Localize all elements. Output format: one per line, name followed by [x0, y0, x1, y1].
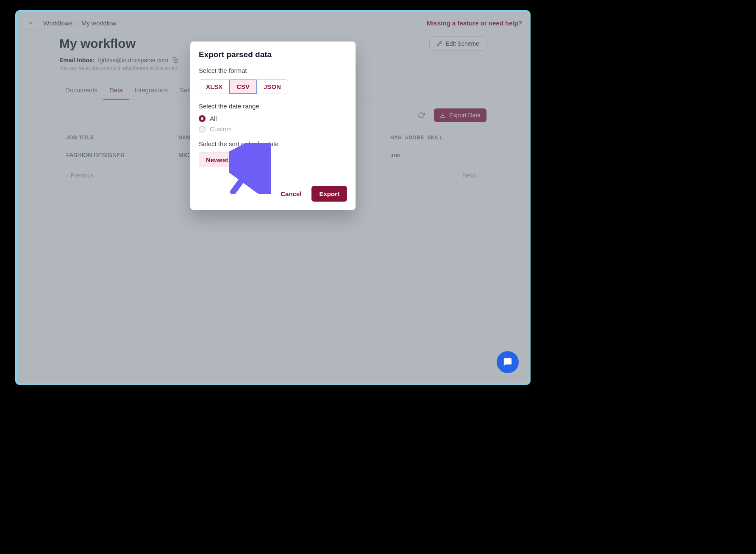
chat-icon [503, 357, 512, 367]
sort-segmented: Newest Oldest [199, 152, 269, 167]
range-all[interactable]: All [199, 115, 347, 122]
range-custom-label: Custom [210, 125, 232, 133]
sort-oldest[interactable]: Oldest [236, 153, 269, 167]
modal-actions: Cancel Export [199, 186, 347, 202]
range-all-label: All [210, 115, 217, 122]
range-label: Select the date range [199, 102, 347, 110]
format-json[interactable]: JSON [257, 80, 288, 94]
modal-title: Export parsed data [199, 50, 347, 59]
modal-overlay[interactable]: Export parsed data Select the format XLS… [17, 12, 529, 383]
sort-label: Select the sort order by date [199, 140, 347, 147]
range-custom[interactable]: Custom [199, 125, 347, 133]
export-modal: Export parsed data Select the format XLS… [190, 42, 356, 210]
sort-newest[interactable]: Newest [199, 153, 236, 167]
range-radio-group: All Custom [199, 115, 347, 133]
app-shell: Workflows › My workflow Missing a featur… [17, 12, 529, 383]
chat-widget-button[interactable] [497, 351, 519, 373]
format-segmented: XLSX CSV JSON [199, 79, 288, 94]
format-label: Select the format [199, 67, 347, 74]
radio-selected-icon [199, 115, 206, 122]
export-button[interactable]: Export [311, 186, 347, 202]
cancel-button[interactable]: Cancel [274, 186, 308, 202]
radio-unselected-icon [199, 126, 206, 133]
format-csv[interactable]: CSV [230, 80, 257, 94]
format-xlsx[interactable]: XLSX [199, 80, 230, 94]
